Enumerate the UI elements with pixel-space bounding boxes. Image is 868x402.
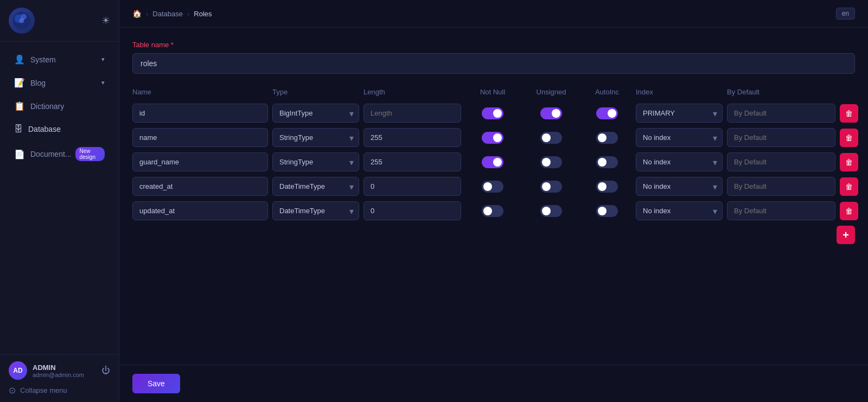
unsigned-toggle-wrap: [524, 107, 578, 119]
col-actions: [840, 88, 868, 96]
col-unsigned: Unsigned: [524, 88, 578, 96]
bydefault-input[interactable]: [727, 104, 835, 123]
type-select[interactable]: BigIntType StringType DateTimeType: [272, 201, 359, 220]
length-input[interactable]: [363, 201, 461, 220]
not-null-toggle[interactable]: [482, 205, 503, 217]
col-notnull: Not Null: [465, 88, 520, 96]
bydefault-input[interactable]: [727, 152, 835, 171]
table-row: BigIntType StringType DateTimeType IntTy…: [132, 104, 855, 123]
autoinc-toggle[interactable]: [596, 205, 618, 217]
home-icon[interactable]: 🏠: [132, 9, 142, 18]
unsigned-toggle[interactable]: [540, 205, 562, 217]
language-selector[interactable]: en: [836, 8, 855, 20]
sidebar-item-system[interactable]: 👤 System ▾: [4, 48, 114, 71]
unsigned-toggle[interactable]: [540, 156, 562, 168]
add-row-area: +: [132, 226, 855, 244]
type-select[interactable]: BigIntType StringType DateTimeType: [272, 128, 359, 147]
type-select-wrap: BigIntType StringType DateTimeType: [272, 128, 359, 147]
new-design-badge: New design: [75, 147, 105, 161]
field-name-input[interactable]: [132, 177, 268, 196]
delete-row-button[interactable]: 🗑: [840, 177, 858, 196]
user-details: ADMIN admin@admin.com: [33, 363, 101, 378]
not-null-toggle[interactable]: [482, 107, 503, 119]
type-select[interactable]: BigIntType StringType DateTimeType: [272, 152, 359, 171]
required-indicator: *: [169, 41, 174, 49]
autoinc-toggle[interactable]: [596, 107, 618, 119]
chevron-down-icon: ▾: [101, 56, 105, 63]
not-null-toggle-wrap: [465, 132, 520, 144]
type-select-wrap: BigIntType StringType DateTimeType IntTy…: [272, 104, 359, 123]
length-input[interactable]: [363, 128, 461, 147]
length-input[interactable]: [363, 152, 461, 171]
not-null-toggle-wrap: [465, 181, 520, 193]
svg-point-3: [20, 18, 24, 23]
unsigned-toggle[interactable]: [540, 107, 562, 119]
sidebar-item-label: Document...: [30, 150, 71, 158]
autoinc-toggle-wrap: [583, 156, 631, 168]
content-area: Table name * Name Type Length Not Null U…: [119, 28, 868, 365]
length-input[interactable]: [363, 104, 461, 123]
field-name-input[interactable]: [132, 104, 268, 123]
not-null-toggle[interactable]: [482, 132, 503, 144]
delete-row-button[interactable]: 🗑: [840, 202, 858, 220]
delete-row-button[interactable]: 🗑: [840, 104, 858, 123]
sidebar-item-label: Database: [28, 125, 61, 133]
type-select-wrap: BigIntType StringType DateTimeType: [272, 201, 359, 220]
not-null-toggle-wrap: [465, 205, 520, 217]
logout-icon[interactable]: ⏻: [101, 366, 110, 375]
autoinc-toggle[interactable]: [596, 156, 618, 168]
sidebar-item-dictionary[interactable]: 📋 Dictionary: [4, 95, 114, 117]
index-select[interactable]: PRIMARY No index UNIQUE: [636, 128, 723, 147]
index-select-wrap: PRIMARY No index UNIQUE: [636, 128, 723, 147]
not-null-toggle[interactable]: [482, 181, 503, 193]
system-icon: 👤: [14, 54, 25, 65]
autoinc-toggle[interactable]: [596, 181, 618, 193]
table-row: BigIntType StringType DateTimeType: [132, 152, 855, 171]
bydefault-input[interactable]: [727, 128, 835, 147]
delete-row-button[interactable]: 🗑: [840, 129, 858, 147]
index-select-wrap: PRIMARY No index UNIQUE: [636, 177, 723, 196]
unsigned-toggle[interactable]: [540, 132, 562, 144]
type-select[interactable]: BigIntType StringType DateTimeType: [272, 177, 359, 196]
sidebar-nav: 👤 System ▾ 📝 Blog ▾ 📋 Dictionary 🗄 Datab…: [0, 42, 119, 354]
not-null-toggle-wrap: [465, 156, 520, 168]
columns-header: Name Type Length Not Null Unsigned AutoI…: [132, 84, 855, 100]
sidebar-footer: AD ADMIN admin@admin.com ⏻ ⊙ Collapse me…: [0, 354, 119, 402]
type-select[interactable]: BigIntType StringType DateTimeType IntTy…: [272, 104, 359, 123]
dictionary-icon: 📋: [14, 101, 25, 111]
autoinc-toggle-wrap: [583, 205, 631, 217]
topbar: 🏠 › Database › Roles en: [119, 0, 868, 28]
length-input[interactable]: [363, 177, 461, 196]
sidebar-item-blog[interactable]: 📝 Blog ▾: [4, 72, 114, 94]
col-bydefault: By Default: [727, 88, 835, 96]
unsigned-toggle[interactable]: [540, 181, 562, 193]
index-select[interactable]: PRIMARY No index UNIQUE: [636, 177, 723, 196]
field-name-input[interactable]: [132, 201, 268, 220]
logo: [9, 8, 35, 34]
field-name-input[interactable]: [132, 152, 268, 171]
autoinc-toggle[interactable]: [596, 132, 618, 144]
collapse-menu-button[interactable]: ⊙ Collapse menu: [9, 385, 110, 395]
table-row: BigIntType StringType DateTimeType: [132, 128, 855, 147]
sidebar-item-database[interactable]: 🗄 Database: [4, 118, 114, 140]
table-name-input[interactable]: [132, 53, 855, 74]
sidebar-item-documents[interactable]: 📄 Document... New design: [4, 141, 114, 167]
database-icon: 🗄: [14, 124, 23, 134]
theme-toggle-icon[interactable]: ☀: [101, 15, 110, 27]
delete-row-button[interactable]: 🗑: [840, 153, 858, 171]
sidebar-item-label: Blog: [30, 79, 46, 87]
save-button[interactable]: Save: [132, 374, 180, 393]
breadcrumb-roles[interactable]: Roles: [194, 10, 212, 18]
bydefault-input[interactable]: [727, 201, 835, 220]
not-null-toggle[interactable]: [482, 156, 503, 168]
index-select[interactable]: PRIMARY No index UNIQUE: [636, 104, 723, 123]
add-field-button[interactable]: +: [837, 226, 855, 244]
sidebar-item-label: System: [30, 55, 56, 64]
breadcrumb-database[interactable]: Database: [152, 10, 183, 18]
index-select[interactable]: PRIMARY No index UNIQUE: [636, 201, 723, 220]
field-name-input[interactable]: [132, 128, 268, 147]
col-length: Length: [363, 88, 461, 96]
index-select[interactable]: PRIMARY No index UNIQUE: [636, 152, 723, 171]
bydefault-input[interactable]: [727, 177, 835, 196]
type-select-wrap: BigIntType StringType DateTimeType: [272, 152, 359, 171]
